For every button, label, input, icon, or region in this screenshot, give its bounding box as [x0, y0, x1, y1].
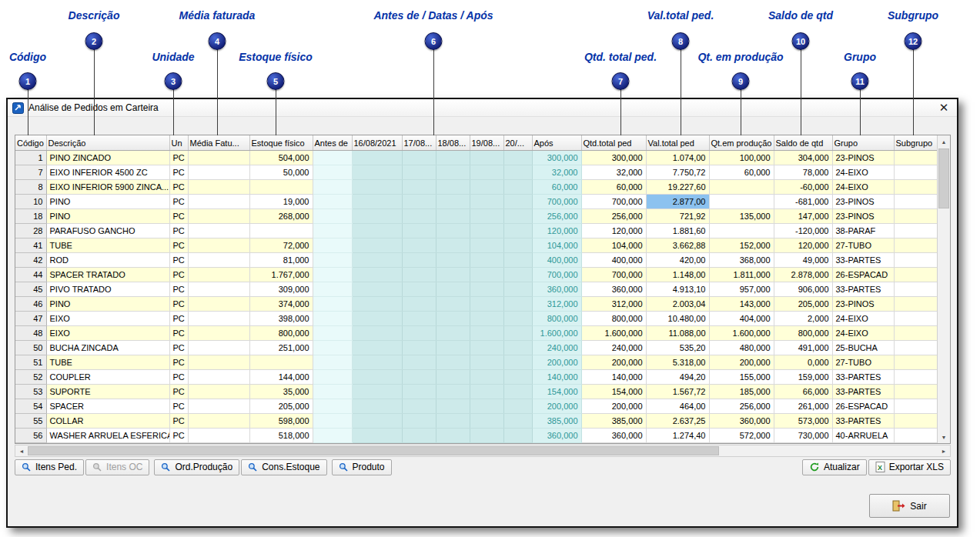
grid-cell[interactable]: COLLAR — [46, 414, 169, 429]
grid-cell[interactable]: 300,000 — [532, 151, 581, 165]
column-header[interactable]: Qt.em produção — [709, 135, 774, 151]
grid-cell[interactable]: 300,000 — [581, 151, 646, 165]
row-header-cell[interactable]: 46 — [15, 297, 46, 312]
grid-cell[interactable]: 35,000 — [249, 385, 313, 399]
grid-cell[interactable]: 200,000 — [581, 399, 646, 414]
grid-cell[interactable] — [894, 355, 937, 370]
grid-cell[interactable]: 256,000 — [709, 399, 774, 414]
grid-cell[interactable] — [503, 385, 532, 399]
grid-cell[interactable]: 154,000 — [532, 385, 581, 399]
grid-cell[interactable] — [436, 370, 470, 385]
row-header-cell[interactable]: 10 — [15, 195, 46, 209]
grid-cell[interactable]: 72,000 — [249, 238, 313, 253]
grid-cell[interactable] — [188, 297, 249, 312]
grid-cell[interactable]: 572,000 — [709, 429, 774, 443]
grid-cell[interactable]: 360,000 — [709, 414, 774, 429]
grid-cell[interactable]: PC — [169, 385, 188, 399]
grid-cell[interactable] — [503, 370, 532, 385]
grid-cell[interactable]: 33-PARTES — [832, 370, 894, 385]
grid-cell[interactable] — [894, 224, 937, 238]
scroll-down-button[interactable]: ▼ — [938, 431, 950, 443]
grid-cell[interactable] — [470, 429, 503, 443]
grid-cell[interactable] — [894, 151, 937, 165]
grid-cell[interactable]: 32,000 — [532, 165, 581, 180]
grid-cell[interactable]: SUPORTE — [46, 385, 169, 399]
grid-cell[interactable] — [188, 414, 249, 429]
scroll-up-button[interactable]: ▲ — [938, 135, 950, 148]
grid-cell[interactable]: 23-PINOS — [832, 297, 894, 312]
grid-cell[interactable]: 120,000 — [532, 224, 581, 238]
column-header[interactable]: Estoque físico — [249, 135, 313, 151]
grid-cell[interactable] — [436, 165, 470, 180]
grid-cell[interactable]: 33-PARTES — [832, 253, 894, 268]
grid-cell[interactable] — [894, 297, 937, 312]
grid-cell[interactable] — [894, 209, 937, 224]
grid-cell[interactable]: 800,000 — [249, 326, 313, 341]
row-header-cell[interactable]: 1 — [15, 151, 46, 165]
grid-cell[interactable] — [709, 180, 774, 195]
grid-cell[interactable] — [313, 151, 352, 165]
row-header-cell[interactable]: 42 — [15, 253, 46, 268]
grid-cell[interactable]: 19,000 — [249, 195, 313, 209]
grid-cell[interactable] — [402, 165, 436, 180]
grid-cell[interactable]: 100,000 — [709, 151, 774, 165]
grid-cell[interactable]: 2.878,000 — [774, 268, 832, 282]
grid-cell[interactable] — [313, 297, 352, 312]
grid-cell[interactable]: 26-ESPACAD — [832, 268, 894, 282]
grid-cell[interactable] — [470, 180, 503, 195]
grid-cell[interactable] — [503, 399, 532, 414]
grid-cell[interactable]: EIXO — [46, 312, 169, 326]
grid-cell[interactable]: PC — [169, 297, 188, 312]
grid-cell[interactable] — [352, 253, 402, 268]
grid-cell[interactable]: 60,000 — [709, 165, 774, 180]
grid-cell[interactable] — [188, 253, 249, 268]
grid-cell[interactable]: PC — [169, 355, 188, 370]
grid-cell[interactable] — [352, 224, 402, 238]
grid-cell[interactable] — [352, 399, 402, 414]
grid-cell[interactable]: SPACER TRATADO — [46, 268, 169, 282]
grid-cell[interactable] — [470, 297, 503, 312]
grid-cell[interactable] — [402, 414, 436, 429]
grid-cell[interactable]: 464,00 — [646, 399, 709, 414]
grid-cell[interactable] — [436, 414, 470, 429]
grid-cell[interactable]: 304,000 — [774, 151, 832, 165]
grid-cell[interactable] — [352, 341, 402, 355]
grid-cell[interactable] — [436, 326, 470, 341]
grid-cell[interactable]: 23-PINOS — [832, 151, 894, 165]
grid-cell[interactable]: 24-EIXO — [832, 180, 894, 195]
grid-cell[interactable] — [313, 399, 352, 414]
grid-cell[interactable]: PC — [169, 370, 188, 385]
grid-cell[interactable] — [352, 209, 402, 224]
grid-cell[interactable]: 78,000 — [774, 165, 832, 180]
grid-cell[interactable]: 81,000 — [249, 253, 313, 268]
grid-cell[interactable] — [352, 370, 402, 385]
grid-cell[interactable] — [313, 385, 352, 399]
grid-cell[interactable]: -120,000 — [774, 224, 832, 238]
grid-cell[interactable]: 40-ARRUELA — [832, 429, 894, 443]
row-header-cell[interactable]: 52 — [15, 370, 46, 385]
grid-cell[interactable]: 420,00 — [646, 253, 709, 268]
grid-cell[interactable] — [503, 326, 532, 341]
grid-cell[interactable]: 256,000 — [581, 209, 646, 224]
grid-cell[interactable] — [313, 429, 352, 443]
grid-cell[interactable] — [402, 385, 436, 399]
grid-cell[interactable] — [503, 195, 532, 209]
grid-cell[interactable] — [188, 370, 249, 385]
grid-cell[interactable] — [402, 151, 436, 165]
grid-cell[interactable]: 368,000 — [709, 253, 774, 268]
row-header-cell[interactable]: 51 — [15, 355, 46, 370]
cons-estoque-button[interactable]: Cons.Estoque — [241, 459, 326, 475]
grid-cell[interactable] — [894, 282, 937, 297]
grid-cell[interactable]: 360,000 — [581, 429, 646, 443]
grid-cell[interactable] — [503, 165, 532, 180]
produto-button[interactable]: Produto — [332, 459, 392, 475]
column-header[interactable]: 16/08/2021 — [352, 135, 402, 151]
grid-cell[interactable] — [470, 312, 503, 326]
grid-cell[interactable]: PC — [169, 180, 188, 195]
grid-cell[interactable]: PC — [169, 238, 188, 253]
grid-cell[interactable]: 1.767,000 — [249, 268, 313, 282]
grid-cell[interactable] — [470, 224, 503, 238]
grid-cell[interactable] — [352, 268, 402, 282]
ord-producao-button[interactable]: Ord.Produção — [154, 459, 239, 475]
grid-cell[interactable]: 1.811,000 — [709, 268, 774, 282]
